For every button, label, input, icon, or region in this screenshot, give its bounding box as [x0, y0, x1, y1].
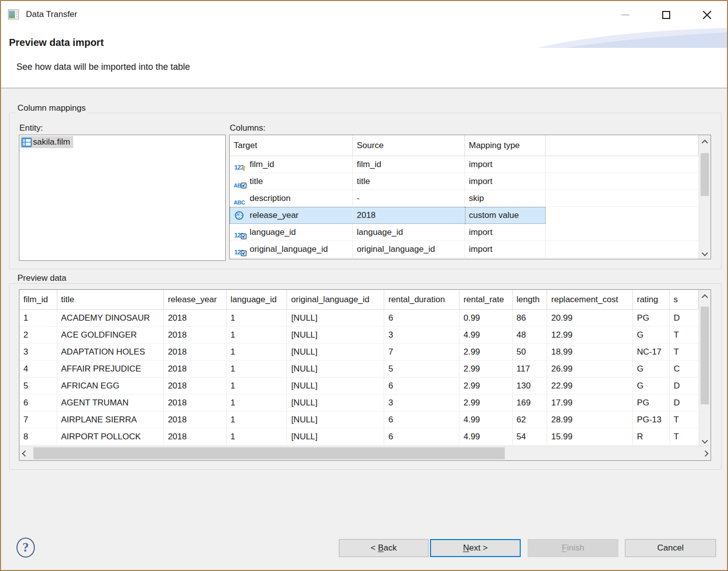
cell-rental-duration: 6 — [384, 378, 459, 394]
close-button[interactable] — [700, 8, 715, 22]
mapping-source-custom-value[interactable]: 2018 — [353, 207, 465, 224]
cell-film-id: 4 — [19, 361, 57, 378]
scroll-up-button[interactable] — [699, 291, 711, 301]
mapping-type[interactable]: import — [465, 241, 546, 258]
mapping-row-title[interactable]: ABC title title import — [230, 173, 699, 190]
mapping-type[interactable]: import — [465, 156, 546, 173]
scrollbar-thumb[interactable] — [701, 153, 709, 196]
cell-rating: PG — [633, 394, 670, 411]
back-button[interactable]: < Back — [339, 539, 429, 557]
cell-language-id: 1 — [227, 411, 288, 428]
cell-original-language-id: [NULL] — [287, 344, 384, 361]
cell-original-language-id: [NULL] — [287, 327, 384, 344]
cell-rental-rate: 2.99 — [459, 344, 512, 361]
cell-rental-rate: 0.99 — [459, 310, 512, 327]
mapping-vertical-scrollbar[interactable] — [699, 135, 711, 259]
preview-row[interactable]: 8 AIRPORT POLLOCK 2018 1 [NULL] 6 4.99 5… — [19, 428, 699, 445]
mapping-row-description[interactable]: ABC description - skip — [230, 190, 699, 207]
mapping-row-original-language-id[interactable]: 123 original_language_id original_langua… — [230, 241, 699, 258]
mapping-header-target[interactable]: Target — [230, 135, 353, 156]
entity-list[interactable]: sakila.film — [19, 135, 226, 261]
cell-special-features: T — [670, 411, 699, 428]
mapping-header-source[interactable]: Source — [353, 135, 465, 156]
preview-header[interactable]: film_id — [19, 290, 57, 310]
text-ref-icon: ABC — [234, 176, 249, 188]
entity-item-sakila-film[interactable]: sakila.film — [20, 136, 73, 148]
minimize-button[interactable] — [618, 8, 633, 22]
mapping-target-name: release_year — [250, 207, 298, 224]
scroll-up-button[interactable] — [699, 136, 711, 146]
next-button[interactable]: Next > — [430, 539, 521, 557]
preview-row[interactable]: 6 AGENT TRUMAN 2018 1 [NULL] 3 2.99 169 … — [19, 394, 699, 411]
cell-language-id: 1 — [227, 394, 288, 411]
mapping-target-name: title — [250, 173, 263, 190]
cell-film-id: 3 — [19, 344, 57, 361]
preview-header[interactable]: rating — [633, 290, 670, 310]
preview-row[interactable]: 5 AFRICAN EGG 2018 1 [NULL] 6 2.99 130 2… — [19, 378, 699, 394]
mapping-type-custom[interactable]: custom value — [465, 207, 546, 224]
primary-key-icon — [241, 166, 247, 172]
mapping-type[interactable]: skip — [465, 190, 546, 207]
scrollbar-thumb[interactable] — [33, 447, 505, 459]
mapping-row-filler — [546, 190, 699, 207]
reference-icon — [241, 250, 247, 256]
maximize-button[interactable] — [659, 8, 674, 22]
mapping-row-film-id[interactable]: 123 film_id film_id import — [230, 156, 699, 173]
cell-release-year: 2018 — [164, 411, 227, 428]
scrollbar-thumb[interactable] — [701, 307, 709, 404]
mapping-source[interactable]: - — [353, 190, 465, 207]
mapping-source[interactable]: original_language_id — [353, 241, 465, 258]
cell-film-id: 6 — [19, 394, 57, 411]
preview-row[interactable]: 2 ACE GOLDFINGER 2018 1 [NULL] 3 4.99 48… — [19, 327, 699, 344]
cell-rating: PG — [633, 310, 670, 327]
preview-header[interactable]: s — [670, 290, 699, 310]
title-bar[interactable]: Data Transfer — [1, 1, 727, 28]
mapping-source[interactable]: title — [353, 173, 465, 190]
preview-header[interactable]: original_language_id — [287, 290, 384, 310]
preview-header-row: film_id title release_year language_id o… — [19, 290, 699, 310]
cell-rental-rate: 4.99 — [459, 428, 512, 445]
preview-vertical-scrollbar[interactable] — [699, 290, 711, 446]
preview-horizontal-scrollbar[interactable] — [19, 446, 711, 460]
preview-row[interactable]: 7 AIRPLANE SIERRA 2018 1 [NULL] 6 4.99 6… — [19, 411, 699, 428]
close-icon — [702, 10, 712, 20]
mapping-header-type[interactable]: Mapping type — [465, 135, 546, 156]
mapping-row-release-year-selected[interactable]: release_year 2018 custom value — [230, 207, 546, 224]
preview-row[interactable]: 4 AFFAIR PREJUDICE 2018 1 [NULL] 5 2.99 … — [19, 361, 699, 378]
scroll-left-button[interactable] — [19, 446, 30, 460]
cell-rental-duration: 5 — [384, 361, 459, 378]
preview-row[interactable]: 1 ACADEMY DINOSAUR 2018 1 [NULL] 6 0.99 … — [19, 310, 699, 327]
mapping-target-name: original_language_id — [250, 241, 328, 258]
scroll-down-button[interactable] — [699, 248, 711, 258]
preview-header[interactable]: language_id — [227, 290, 288, 310]
mapping-source[interactable]: language_id — [353, 224, 465, 241]
scroll-down-button[interactable] — [699, 435, 711, 445]
chevron-up-icon — [702, 139, 708, 146]
cell-replacement-cost: 18.99 — [547, 344, 633, 361]
cell-special-features: D — [670, 394, 699, 411]
preview-header[interactable]: title — [57, 290, 164, 310]
mapping-source[interactable]: film_id — [353, 156, 465, 173]
cell-title: AGENT TRUMAN — [57, 394, 164, 411]
mapping-row-filler — [546, 173, 699, 190]
numeric-key-icon: 123 — [234, 159, 249, 171]
preview-header[interactable]: release_year — [164, 290, 227, 310]
preview-header[interactable]: rental_rate — [459, 290, 512, 310]
cell-length: 50 — [513, 344, 548, 361]
mapping-type[interactable]: import — [465, 224, 546, 241]
cell-release-year: 2018 — [164, 327, 227, 344]
page-subtitle: See how data will be imported into the t… — [16, 62, 190, 72]
preview-header[interactable]: rental_duration — [384, 290, 459, 310]
cell-length: 62 — [513, 411, 548, 428]
cell-language-id: 1 — [227, 344, 288, 361]
preview-header[interactable]: length — [513, 290, 548, 310]
help-button[interactable]: ? — [16, 538, 35, 558]
cancel-button[interactable]: Cancel — [625, 539, 716, 557]
numeric-ref-icon: 123 — [234, 243, 249, 255]
mapping-row-language-id[interactable]: 123 language_id language_id import — [230, 224, 699, 241]
preview-header[interactable]: replacement_cost — [547, 290, 633, 310]
column-mapping-table: Target Source Mapping type 123 film_id — [229, 135, 711, 259]
scroll-right-button[interactable] — [700, 446, 711, 460]
preview-row[interactable]: 3 ADAPTATION HOLES 2018 1 [NULL] 7 2.99 … — [19, 344, 699, 361]
mapping-type[interactable]: import — [465, 173, 546, 190]
